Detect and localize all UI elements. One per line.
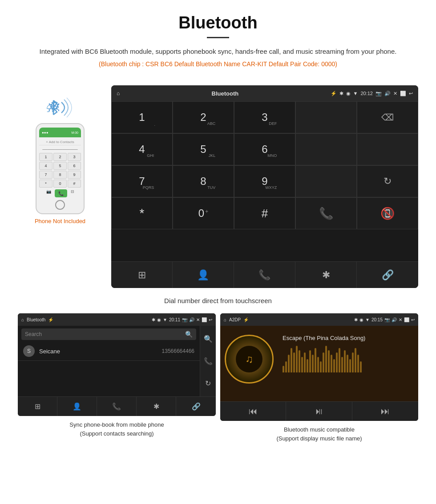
back-icon[interactable]: ↩ [409,91,413,96]
pb-status-bar: ⌂ Bluetooth ⚡ ✱ ◉ ▼ 20:11 📷 🔊 ✕ ⬜ ↩ [18,313,216,326]
music-play-pause-button[interactable]: ⏯ [286,402,352,421]
eq-bar [357,355,359,372]
music-screenshot: ⌂ A2DP ⚡ ✱ ◉ ▼ 20:15 📷 🔊 ✕ ⬜ ↩ [220,313,418,421]
pb-nav-link[interactable]: 🔗 [176,397,216,416]
dial-empty-3 [295,165,357,197]
pb-x-icon: ✕ [196,317,200,322]
pb-search-bar[interactable]: Search 🔍 [21,328,196,340]
phonebook-item: ⌂ Bluetooth ⚡ ✱ ◉ ▼ 20:11 📷 🔊 ✕ ⬜ ↩ [18,313,216,443]
phone-top-bar: ●●● M:00 [39,128,81,137]
dial-key-8[interactable]: 8TUV [173,165,234,197]
eq-bar [291,348,292,372]
dial-key-0[interactable]: 0+ [173,197,234,229]
dial-key-4[interactable]: 4GHI [111,133,173,165]
music-status-bar: ⌂ A2DP ⚡ ✱ ◉ ▼ 20:15 📷 🔊 ✕ ⬜ ↩ [220,313,418,326]
time-display: 20:12 [360,91,373,96]
page-header: Bluetooth Integrated with BC6 Bluetooth … [0,0,436,85]
dial-key-1[interactable]: 1· [111,101,173,133]
eq-bar [317,357,319,372]
music-time: 20:15 [371,317,383,322]
music-caption: Bluetooth music compatible (Support disp… [276,425,362,443]
phone-key-0: 0 [53,180,67,188]
dial-key-3[interactable]: 3DEF [234,101,295,133]
phone-keypad: 1 2 3 4 5 6 7 8 9 * 0 # [39,153,81,188]
bottom-section: ⌂ Bluetooth ⚡ ✱ ◉ ▼ 20:11 📷 🔊 ✕ ⬜ ↩ [0,313,436,452]
pb-search-placeholder: Search [25,331,42,337]
pb-time: 20:11 [169,317,180,322]
eq-bar [312,355,314,372]
title-divider [207,37,229,38]
pb-contact-avatar: S [23,345,35,357]
home-icon[interactable]: ⌂ [117,90,120,96]
music-prev-button[interactable]: ⏮ [220,402,286,421]
pb-back-icon[interactable]: ↩ [209,317,212,322]
dial-key-9[interactable]: 9WXYZ [234,165,295,197]
pb-nav-phone[interactable]: 📞 [97,397,137,416]
dial-nav-link-button[interactable]: 🔗 [357,262,418,288]
phone-key-4: 4 [39,162,52,170]
pb-nav-bluetooth[interactable]: ✱ [137,397,176,416]
dial-backspace-button[interactable]: ⌫ [357,101,418,133]
eq-bar [360,361,362,372]
pb-rect-icon: ⬜ [202,317,207,322]
phone-home-button [55,200,65,210]
dial-key-7[interactable]: 7PQRS [111,165,173,197]
dial-empty-1 [295,133,357,165]
music-bluetooth-icon: ♫ [245,353,253,365]
dial-key-2[interactable]: 2ABC [173,101,234,133]
dial-key-6[interactable]: 6MNO [234,133,295,165]
music-next-button[interactable]: ⏭ [352,402,418,421]
dial-key-hash[interactable]: # [234,197,295,229]
eq-bar [304,352,306,372]
dial-refresh-button[interactable]: ↻ [357,165,418,197]
music-rect-icon: ⬜ [404,317,409,322]
pb-right-search-icon: 🔍 [204,335,213,343]
eq-bar [349,359,351,372]
bluetooth-specs: (Bluetooth chip : CSR BC6 Default Blueto… [27,60,409,68]
dial-nav-contacts-button[interactable]: 👤 [173,262,234,288]
music-song-title: Escape (The Pina Colada Song) [283,335,414,341]
pb-nav-contacts[interactable]: 👤 [57,397,97,416]
dial-end-call-button[interactable]: 📵 [357,197,418,229]
phone-not-included-label: Phone Not Included [35,218,85,224]
dial-call-button[interactable]: 📞 [295,197,357,229]
pb-nav-grid[interactable]: ⊞ [18,397,57,416]
album-art-inner: ♫ [236,346,262,372]
music-vol-icon: 🔊 [392,317,397,322]
usb-icon: ⚡ [331,91,337,96]
dial-screen-title: Bluetooth [212,90,239,97]
pb-empty-area [18,361,200,396]
eq-bar [341,357,343,372]
phone-bottom-row: 📷 📞 ⊟ [39,189,81,197]
eq-bar [307,359,308,372]
phone-key-7: 7 [39,171,52,179]
pb-status-right: ✱ ◉ ▼ 20:11 📷 🔊 ✕ ⬜ ↩ [152,317,212,322]
eq-bar [283,366,284,372]
eq-bar [299,350,300,372]
eq-bar [296,346,298,372]
music-signal-icon: ▼ [365,317,370,322]
main-section: ⚙ ⯵ ⍾ ●●● M:00 + Add to Contacts ─────── [0,85,436,288]
phone-key-star: * [39,180,52,188]
dial-status-bar: ⌂ Bluetooth ⚡ ✱ ◉ ▼ 20:12 📷 🔊 ✕ ⬜ ↩ [111,85,418,101]
pb-right-refresh-icon: ↻ [205,379,211,388]
dial-key-5[interactable]: 5JKL [173,133,234,165]
dial-nav-grid-button[interactable]: ⊞ [111,262,173,288]
pb-loc-icon: ◉ [157,317,161,322]
phone-key-6: 6 [68,162,81,170]
dial-key-star[interactable]: * [111,197,173,229]
page-description: Integrated with BC6 Bluetooth module, su… [27,46,409,57]
eq-bar [301,357,303,372]
eq-bar [293,352,295,372]
phone-key-9: 9 [68,171,81,179]
pb-main-area: Search 🔍 S Seicane 13566664466 [18,326,216,396]
music-status-right: ✱ ◉ ▼ 20:15 📷 🔊 ✕ ⬜ ↩ [354,317,415,322]
dial-nav-bluetooth-button[interactable]: ✱ [295,262,357,288]
phone-key-hash: # [68,180,81,188]
eq-bar [315,348,316,372]
phonebook-screenshot: ⌂ Bluetooth ⚡ ✱ ◉ ▼ 20:11 📷 🔊 ✕ ⬜ ↩ [18,313,216,416]
signal-icon: ▼ [353,91,358,96]
phone-key-3: 3 [68,153,81,161]
music-back-icon[interactable]: ↩ [411,317,415,322]
dial-nav-phone-button[interactable]: 📞 [234,262,295,288]
